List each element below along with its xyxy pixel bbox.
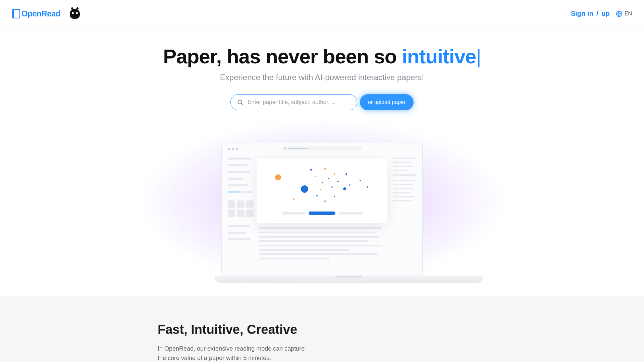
modal-button-row: [263, 212, 381, 215]
hero-title-prefix: Paper, has never been so: [163, 45, 402, 68]
language-selector[interactable]: EN: [616, 10, 632, 17]
header-left: OpenRead: [12, 9, 80, 19]
laptop-base: [215, 276, 483, 283]
search-input[interactable]: [248, 99, 351, 106]
sign-up-link[interactable]: up: [601, 10, 609, 17]
scatter-modal: [257, 158, 387, 223]
hero-title-cursor: |: [476, 45, 481, 68]
laptop-illustration: [215, 142, 429, 284]
svg-point-1: [238, 100, 242, 104]
mascot-icon[interactable]: [70, 9, 80, 19]
hero-title: Paper, has never been so intuitive|: [0, 45, 644, 68]
upload-paper-button[interactable]: or upload paper: [360, 94, 414, 110]
laptop-screen: [221, 142, 423, 276]
logo-link[interactable]: OpenRead: [12, 9, 60, 18]
hero-subtitle: Experience the future with AI-powered in…: [0, 73, 644, 82]
search-row: or upload paper: [0, 94, 644, 110]
header-right: Sign in / up EN: [571, 10, 632, 17]
hero-section: Paper, has never been so intuitive| Expe…: [0, 27, 644, 296]
sidebar-skeleton: [228, 158, 254, 272]
address-bar: [282, 146, 362, 150]
site-header: OpenRead Sign in / up EN: [0, 0, 644, 27]
search-icon: [237, 99, 244, 106]
logo-icon: [12, 9, 20, 18]
scatter-plot-illustration: [263, 165, 381, 208]
features-heading: Fast, Intuitive, Creative: [158, 322, 486, 337]
features-section: Fast, Intuitive, Creative In OpenRead, o…: [0, 296, 644, 362]
globe-icon: [616, 10, 623, 17]
hero-title-highlight: intuitive: [402, 45, 476, 68]
auth-links: Sign in / up: [571, 10, 610, 17]
right-skeleton: [393, 158, 416, 272]
language-code: EN: [625, 11, 632, 17]
search-box[interactable]: [230, 94, 357, 110]
logo-text: OpenRead: [21, 9, 60, 18]
features-body: In OpenRead, our extensive reading mode …: [158, 344, 309, 362]
auth-separator: /: [596, 10, 598, 17]
sign-in-link[interactable]: Sign in: [571, 10, 593, 17]
